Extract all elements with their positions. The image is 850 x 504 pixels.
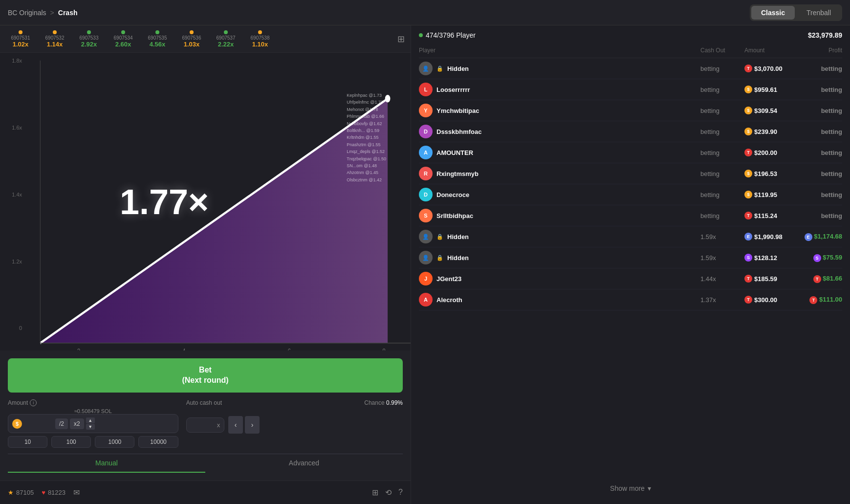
player-row: Y Ymchwbitipac betting $ $309.54 betting: [419, 100, 842, 121]
history-item[interactable]: 6907531 1.02x: [6, 30, 35, 48]
autocash-prev[interactable]: ‹: [228, 416, 243, 434]
profit-value: T $81.66: [813, 275, 842, 282]
multiply2-button[interactable]: x2: [70, 418, 84, 429]
profit-cell: betting: [798, 149, 842, 156]
stars-count: 87105: [16, 489, 34, 496]
tab-advanced[interactable]: Advanced: [205, 454, 403, 473]
tab-trenball[interactable]: Trenball: [797, 6, 841, 20]
avatar: A: [419, 146, 433, 159]
autocash-label: Auto cash out: [186, 399, 357, 406]
amount-cell: T $300.00: [744, 296, 798, 304]
grid-icon[interactable]: ⊞: [397, 34, 405, 44]
player-name-cell: Y Ymchwbitipac: [419, 104, 700, 117]
history-item[interactable]: 6907534 2.60x: [109, 30, 138, 48]
amount-down[interactable]: ▼: [86, 424, 95, 430]
amount-cell: $ $309.54: [744, 107, 798, 114]
controls-area: Bet (Next round) Amount i ≈0.508479 SOL …: [0, 351, 411, 481]
amount-value: $119.95: [754, 191, 777, 198]
history-mult: 4.56x: [150, 41, 166, 48]
breadcrumb: BC Originals > Crash: [8, 9, 77, 17]
token-icon: T: [744, 212, 752, 219]
stats-icon[interactable]: ⟲: [385, 488, 392, 497]
help-icon[interactable]: ?: [398, 488, 403, 497]
heart-icon: ♥: [42, 489, 45, 496]
profit-value: S $75.59: [813, 254, 842, 261]
divide2-button[interactable]: /2: [55, 418, 68, 429]
hidden-icon: 🔒: [436, 66, 443, 72]
quick-100[interactable]: 100: [51, 436, 91, 448]
history-dot: [155, 30, 159, 34]
player-row: R Rxingtmsmyb betting $ $196.53 betting: [419, 163, 842, 184]
hearts-stat: ♥ 81223: [42, 489, 65, 496]
top-nav: BC Originals > Crash Classic Trenball: [0, 0, 850, 25]
history-item[interactable]: 6907536 1.03x: [177, 30, 206, 48]
chance-group: Chance 0.99%: [364, 399, 403, 406]
profit-betting: betting: [821, 170, 842, 177]
hearts-count: 81223: [48, 489, 65, 496]
player-name: Donecroce: [436, 191, 469, 198]
player-name: Alecroth: [436, 296, 462, 304]
amount-cell: S $128.12: [744, 254, 798, 262]
profit-value: T $111.00: [809, 296, 842, 303]
player-row: A AMOUNTER betting T $200.00 betting: [419, 142, 842, 163]
history-item[interactable]: 6907535 4.56x: [143, 30, 172, 48]
history-item[interactable]: 6907532 1.14x: [40, 30, 69, 48]
history-mult: 2.60x: [115, 41, 131, 48]
player-row: S Srlltbidhpac betting T $115.24 betting: [419, 205, 842, 226]
autocash-input[interactable]: 100: [191, 421, 215, 429]
player-row: L Looserrrrrr betting $ $959.61 betting: [419, 79, 842, 100]
tab-classic[interactable]: Classic: [751, 6, 795, 20]
tab-manual[interactable]: Manual: [8, 454, 205, 473]
multiplier-display: 1.77×: [120, 182, 209, 222]
player-name-cell: S Srlltbidhpac: [419, 209, 700, 222]
quick-10[interactable]: 10: [8, 436, 47, 448]
chat-icon[interactable]: ✉: [73, 488, 80, 497]
history-id: 6907533: [80, 35, 99, 41]
token-icon: T: [744, 65, 752, 72]
player-count: 474/3796 Player: [419, 31, 476, 39]
cashout-cell: betting: [700, 86, 744, 93]
history-item[interactable]: 6907533 2.92x: [74, 30, 104, 48]
token-icon: E: [744, 233, 752, 241]
bet-button[interactable]: Bet (Next round): [8, 358, 403, 393]
history-id: 6907537: [217, 35, 236, 41]
cashout-cell: betting: [700, 128, 744, 135]
show-more-label: Show more: [610, 484, 645, 492]
player-row: 👤 🔒Hidden 1.59x S $128.12 S $75.59: [419, 247, 842, 268]
cashout-cell: 1.59x: [700, 254, 744, 262]
profit-cell: betting: [798, 86, 842, 93]
player-name-cell: A Alecroth: [419, 293, 700, 307]
history-mult: 1.02x: [13, 41, 29, 48]
table-icon[interactable]: ⊞: [372, 488, 378, 497]
token-icon: $: [744, 191, 752, 198]
history-dot: [53, 30, 57, 34]
autocash-next[interactable]: ›: [245, 416, 260, 434]
autocash-input-group: 100 x: [186, 417, 225, 433]
profit-value: E $1,174.68: [805, 233, 842, 240]
player-name-cell: R Rxingtmsmyb: [419, 167, 700, 180]
chevron-down-icon: ▾: [648, 484, 651, 492]
bc-originals-link[interactable]: BC Originals: [8, 9, 46, 17]
controls-row: Amount i ≈0.508479 SOL $ 100 /2 x2 ▲ ▼: [8, 399, 403, 448]
amount-cell: T $200.00: [744, 149, 798, 156]
amount-up[interactable]: ▲: [86, 417, 95, 423]
avatar: Y: [419, 104, 433, 117]
bottom-icons: ⊞ ⟲ ?: [372, 488, 403, 497]
amount-input[interactable]: 100: [24, 419, 53, 428]
quick-10000[interactable]: 10000: [138, 436, 178, 448]
quick-1000[interactable]: 1000: [95, 436, 134, 448]
amount-value: $196.53: [754, 170, 777, 177]
amount-info-icon[interactable]: i: [30, 399, 37, 406]
history-item[interactable]: 6907538 1.10x: [245, 30, 275, 48]
history-dot: [19, 30, 22, 34]
amount-value: $959.61: [754, 86, 777, 93]
amount-input-group: $ 100 /2 x2 ▲ ▼: [8, 414, 178, 433]
history-id: 6907531: [11, 35, 30, 41]
amount-cell: $ $196.53: [744, 170, 798, 177]
player-row: 👤 🔒Hidden betting T $3,070.00 betting: [419, 58, 842, 79]
graph-labels: Keplnhpac @1.73 Uhfpelnfmc @1.77 Mehonot…: [347, 92, 386, 183]
show-more-button[interactable]: Show more ▾: [419, 479, 842, 498]
history-item[interactable]: 6907537 2.22x: [211, 30, 240, 48]
stars-stat: ★ 87105: [8, 489, 34, 496]
player-name: Hidden: [447, 254, 469, 262]
